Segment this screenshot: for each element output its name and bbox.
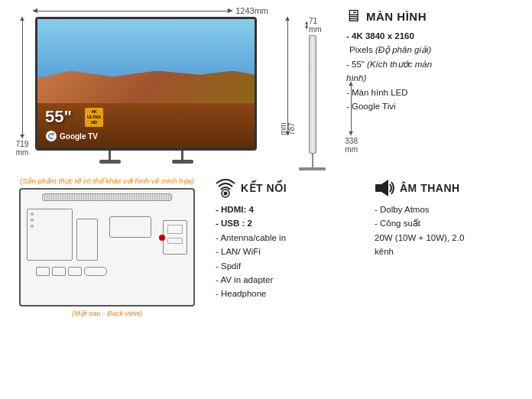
speaker-icon (373, 177, 396, 200)
conn-item-3: - LAN/ WiFi (216, 245, 365, 258)
port-3 (68, 267, 82, 276)
338-label: 338 mm (345, 137, 358, 154)
port-1 (36, 267, 50, 276)
sound-item-2: 20W (10W + 10W), 2.0kênh (375, 231, 524, 259)
google-tv-badge: Google TV (45, 130, 98, 142)
sound-item-1: - Công suất (375, 216, 524, 230)
width-label: 1243mm (232, 6, 271, 15)
787-label: 787 mm (279, 17, 299, 135)
338-measure-block: 338 mm (345, 82, 358, 154)
sound-spec-section: ÂM THANH - Dolby Atmos - Công suất 20W (… (365, 177, 524, 317)
red-dot-connector (159, 235, 165, 241)
svg-point-0 (46, 131, 57, 141)
side-profile-block: 787 mm 71 mm 338 (279, 17, 326, 170)
panel-small (76, 219, 98, 261)
screen-spec-list: - 4K 3840 x 2160 Pixels (Độ phân giải) -… (345, 29, 521, 113)
center-area (102, 209, 159, 261)
screen-spec-title: MÀN HÌNH (366, 10, 427, 23)
tv-size-badge: 55" (45, 107, 72, 127)
conn-item-0: - HDMI: 4 (216, 203, 365, 216)
tv-frame: 55" 4KULTRAHD (35, 17, 257, 151)
conn-item-6: - Headphone (216, 287, 365, 300)
connection-spec-header: KẾT NỐI (214, 177, 365, 200)
width-measurement: 1243mm (33, 6, 271, 15)
back-tv (19, 188, 195, 307)
height-label-left: 719 mm (16, 138, 29, 158)
panel-right (163, 220, 187, 255)
specs-panel: 🖥 MÀN HÌNH - 4K 3840 x 2160 Pixels (Độ p… (341, 6, 521, 170)
spec-item-2: - 55" (Kích thước mànhình) (346, 57, 521, 86)
spec-item-4: - Google Tivi (346, 99, 521, 113)
monitor-icon: 🖥 (345, 6, 362, 26)
height-measurement-left: 719 mm (11, 17, 33, 158)
tv-and-height-block: 719 mm 55" (11, 17, 271, 164)
side-tv-body (309, 35, 316, 154)
svg-point-1 (224, 192, 228, 196)
port-hdmi (167, 238, 183, 244)
conn-item-4: - Spdif (216, 259, 365, 273)
google-icon (45, 130, 57, 142)
center-component (109, 216, 151, 238)
google-tv-label: Google TV (60, 132, 98, 141)
71mm-label: 71 mm (307, 17, 326, 34)
tv-frame-block: 55" 4KULTRAHD (35, 17, 257, 164)
spec-item-1: Pixels (Độ phân giải) (349, 43, 521, 57)
port-2 (52, 267, 66, 276)
tv-diagram: 1243mm 719 mm (11, 6, 271, 170)
conn-item-2: - Antenna/cable in (216, 231, 365, 245)
screen-spec-header: 🖥 MÀN HÌNH (345, 6, 521, 26)
side-stand-leg (312, 154, 313, 167)
sound-item-0: - Dolby Atmos (375, 203, 524, 216)
spec-item-3: - Màn hình LED (346, 86, 521, 99)
screen-spec-section: 🖥 MÀN HÌNH - 4K 3840 x 2160 Pixels (Độ p… (345, 6, 521, 113)
tv-stand (35, 151, 257, 164)
port-usb (167, 225, 183, 234)
side-tv-profile: 71 mm 338 mm (299, 17, 326, 170)
sound-spec-title: ÂM THANH (400, 182, 460, 194)
4k-badge: 4KULTRAHD (85, 108, 103, 127)
connection-spec-title: KẾT NỐI (241, 182, 287, 194)
tv-screen: 55" 4KULTRAHD (37, 19, 255, 148)
port-round (84, 267, 107, 276)
panel-left (27, 209, 73, 261)
speaker-grille (42, 193, 172, 201)
conn-item-5: - AV in adapter (216, 273, 365, 287)
top-section: 1243mm 719 mm (0, 0, 532, 170)
note-bottom: (Mặt sau - Back view) (8, 309, 206, 317)
side-stand-foot (299, 167, 326, 170)
connection-spec-list: - HDMI: 4 - USB : 2 - Antenna/cable in -… (214, 203, 365, 301)
svg-rect-3 (375, 184, 381, 192)
sound-spec-header: ÂM THANH (373, 177, 524, 200)
back-panels (21, 205, 193, 264)
spec-item-0: - 4K 3840 x 2160 (346, 29, 521, 43)
svg-marker-4 (381, 180, 388, 196)
conn-item-1: - USB : 2 (216, 216, 365, 230)
bottom-port-row (21, 267, 193, 276)
connection-spec-section: KẾT NỐI - HDMI: 4 - USB : 2 - Antenna/ca… (206, 177, 365, 317)
sound-spec-list: - Dolby Atmos - Công suất 20W (10W + 10W… (373, 203, 524, 259)
note-top: (Sản phẩm thực tế có thể khác với hình v… (8, 177, 206, 185)
back-view-area: (Sản phẩm thực tế có thể khác với hình v… (8, 177, 206, 317)
bottom-section: (Sản phẩm thực tế có thể khác với hình v… (0, 177, 532, 317)
wifi-icon (214, 177, 237, 200)
